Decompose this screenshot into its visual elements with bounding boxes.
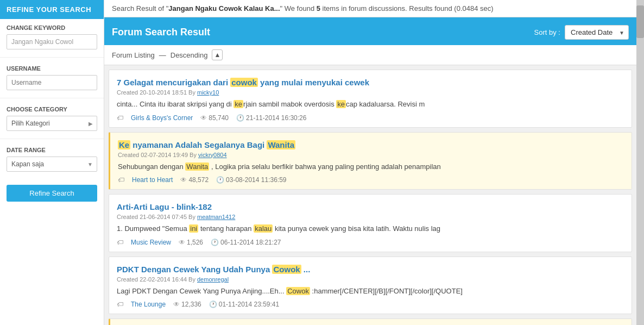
result-link[interactable]: 7 Gelagat mencurigakan dari cowok yang m…	[117, 78, 369, 87]
date-stat: 🕐01-11-2014 23:59:41	[209, 301, 279, 308]
listing-separator: —	[159, 51, 166, 59]
keyword-highlight: ke	[233, 100, 243, 108]
views-stat: 👁 85,740	[200, 114, 229, 122]
result-excerpt: 1. Dumpweed "Semua ini tentang harapan k…	[117, 223, 624, 234]
result-title: Arti-Arti Lagu - blink-182	[117, 202, 624, 211]
scrollbar[interactable]	[636, 0, 644, 325]
sidebar: Refine Your Search Change Keyword Userna…	[0, 0, 104, 325]
result-link[interactable]: PDKT Dengan Cewek Yang Udah Punya Cowok …	[117, 265, 310, 274]
author-link[interactable]: demonregal	[197, 276, 229, 283]
main-content: Search Result of "Jangan Ngaku Cowok Kal…	[104, 0, 636, 325]
result-tags: 🏷 The Lounge 👁 12,336 🕐01-11-2014 23:59:…	[117, 301, 624, 308]
keyword-highlight: ini	[189, 224, 198, 233]
category-tag[interactable]: Girls & Boys's Corner	[131, 114, 193, 122]
result-link[interactable]: Arti-Arti Lagu - blink-182	[117, 202, 212, 211]
clock-icon: 🕐	[209, 301, 217, 308]
sort-label: Sort by :	[534, 28, 560, 36]
eye-icon: 👁	[200, 114, 207, 122]
views-stat: 👁 1,526	[179, 239, 203, 246]
forum-header: Forum Search Result Sort by : Created Da…	[104, 17, 636, 45]
keyword-highlight: Ke	[118, 140, 130, 149]
result-item: Hal Yang Hanya Ayah Yang Bisa Melakukan	[109, 318, 632, 325]
search-query: Jangan Ngaku Cowok Kalau Ka...	[168, 4, 280, 12]
clock-icon: 🕐	[236, 114, 244, 122]
clock-icon: 🕐	[211, 239, 219, 246]
search-result-text: Search Result of "Jangan Ngaku Cowok Kal…	[112, 4, 494, 12]
refine-section: Refine Search	[0, 177, 104, 207]
category-select-wrap: Pilih Kategori ▶	[7, 116, 97, 131]
listing-label: Forum Listing	[112, 51, 155, 59]
result-meta: Created 21-06-2014 07:45 By meatman1412	[117, 214, 624, 220]
keyword-highlight: cowok	[230, 78, 258, 87]
date-range-label: Date Range	[7, 147, 97, 153]
tag-icon: 🏷	[117, 239, 123, 246]
date-stat: 🕐03-08-2014 11:36:59	[216, 176, 286, 184]
listing-order: Descending	[171, 51, 208, 59]
result-item: PDKT Dengan Cewek Yang Udah Punya Cowok …	[109, 257, 632, 315]
keyword-highlight: ke	[336, 100, 346, 108]
result-title: Ke nyamanan Adalah Segalanya Bagi Wanita	[118, 140, 624, 149]
author-link[interactable]: vickry0804	[198, 152, 227, 158]
keyword-input[interactable]	[7, 34, 97, 49]
date-select[interactable]: Kapan saja	[7, 157, 97, 172]
category-tag[interactable]: Heart to Heart	[132, 176, 173, 184]
tag-icon: 🏷	[117, 301, 123, 308]
refine-search-button[interactable]: Refine Search	[7, 185, 97, 202]
author-link[interactable]: meatman1412	[197, 214, 235, 220]
result-item: 7 Gelagat mencurigakan dari cowok yang m…	[109, 70, 632, 128]
date-stat: 🕐06-11-2014 18:21:27	[211, 239, 281, 246]
keyword-highlight: Cowok	[272, 265, 301, 274]
author-link[interactable]: micky10	[197, 89, 219, 96]
keyword-section: Change Keyword	[0, 19, 104, 55]
category-tag[interactable]: Music Review	[131, 239, 171, 246]
results-container: 7 Gelagat mencurigakan dari cowok yang m…	[104, 70, 636, 325]
result-excerpt: Sehubungan dengan Wanita , Logika pria s…	[118, 161, 624, 172]
keyword-highlight: kalau	[254, 224, 273, 233]
keyword-highlight: Cowok	[286, 287, 310, 295]
clock-icon: 🕐	[216, 176, 224, 184]
category-select[interactable]: Pilih Kategori	[7, 116, 97, 131]
eye-icon: 👁	[180, 176, 187, 184]
result-excerpt: Lagi PDKT Dengan Cewek Yang Punya Anjing…	[117, 286, 624, 297]
keyword-highlight: Wanita	[267, 140, 295, 149]
sort-order-toggle[interactable]: ▲	[212, 49, 223, 60]
scrollbar-thumb[interactable]	[636, 5, 644, 38]
result-tags: 🏷 Girls & Boys's Corner 👁 85,740 🕐21-11-…	[117, 114, 624, 122]
sort-select[interactable]: Created Date	[565, 25, 629, 40]
keyword-label: Change Keyword	[7, 24, 97, 31]
tag-icon: 🏷	[117, 114, 123, 122]
sort-area: Sort by : Created Date ▼	[534, 25, 629, 40]
result-item: Arti-Arti Lagu - blink-182 Created 21-06…	[109, 194, 632, 252]
category-tag[interactable]: The Lounge	[131, 301, 166, 308]
keyword-highlight: Wanita	[185, 162, 209, 171]
result-tags: 🏷 Heart to Heart 👁 48,572 🕐03-08-2014 11…	[118, 176, 624, 184]
result-item: Ke nyamanan Adalah Segalanya Bagi Wanita…	[109, 132, 632, 190]
tag-icon: 🏷	[118, 176, 124, 184]
category-label: Choose Category	[7, 106, 97, 112]
listing-bar: Forum Listing — Descending ▲	[104, 45, 636, 65]
sort-select-wrap: Created Date ▼	[565, 25, 629, 40]
eye-icon: 👁	[173, 301, 180, 308]
username-input[interactable]	[7, 75, 97, 90]
username-label: Username	[7, 65, 97, 72]
date-range-section: Date Range Kapan saja ▼	[0, 141, 104, 177]
category-section: Choose Category Pilih Kategori ▶	[0, 101, 104, 136]
search-bar: Search Result of "Jangan Ngaku Cowok Kal…	[104, 0, 636, 17]
sidebar-header: Refine Your Search	[0, 0, 104, 19]
username-section: Username	[0, 60, 104, 96]
result-meta: Created 22-02-2014 16:44 By demonregal	[117, 276, 624, 283]
result-excerpt: cinta... Cinta itu ibarat skripsi yang d…	[117, 99, 624, 110]
date-select-wrap: Kapan saja ▼	[7, 157, 97, 172]
result-meta: Created 20-10-2014 18:51 By micky10	[117, 89, 624, 96]
views-stat: 👁 12,336	[173, 301, 201, 308]
result-link[interactable]: Ke nyamanan Adalah Segalanya Bagi Wanita	[118, 140, 295, 149]
forum-title: Forum Search Result	[112, 27, 210, 38]
eye-icon: 👁	[179, 239, 185, 246]
result-count: 5	[317, 4, 320, 12]
result-meta: Created 02-07-2014 19:49 By vickry0804	[118, 152, 624, 158]
result-tags: 🏷 Music Review 👁 1,526 🕐06-11-2014 18:21…	[117, 239, 624, 246]
views-stat: 👁 48,572	[180, 176, 209, 184]
date-stat: 🕐21-11-2014 16:30:26	[236, 114, 306, 122]
result-title: 7 Gelagat mencurigakan dari cowok yang m…	[117, 78, 624, 87]
result-title: PDKT Dengan Cewek Yang Udah Punya Cowok …	[117, 265, 624, 274]
